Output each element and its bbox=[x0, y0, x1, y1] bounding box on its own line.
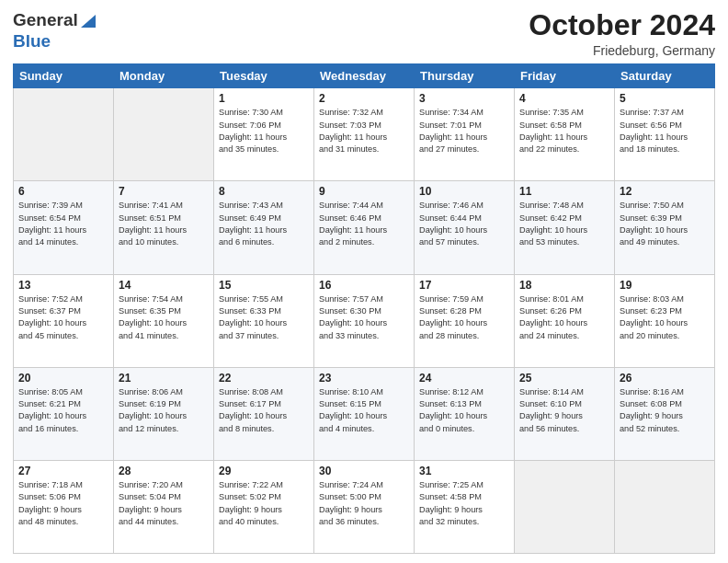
calendar-cell: 10Sunrise: 7:46 AMSunset: 6:44 PMDayligh… bbox=[415, 181, 515, 274]
day-info: Sunrise: 7:57 AMSunset: 6:30 PMDaylight:… bbox=[319, 293, 409, 342]
day-of-week-header: Thursday bbox=[415, 64, 515, 88]
day-info: Sunrise: 7:35 AMSunset: 6:58 PMDaylight:… bbox=[519, 107, 609, 155]
day-number: 30 bbox=[319, 465, 409, 477]
calendar-cell: 14Sunrise: 7:54 AMSunset: 6:35 PMDayligh… bbox=[114, 274, 214, 367]
calendar-cell bbox=[615, 460, 715, 553]
day-number: 21 bbox=[119, 372, 209, 385]
day-info: Sunrise: 7:55 AMSunset: 6:33 PMDaylight:… bbox=[219, 293, 309, 342]
calendar-cell: 24Sunrise: 8:12 AMSunset: 6:13 PMDayligh… bbox=[415, 367, 515, 460]
day-info: Sunrise: 7:24 AMSunset: 5:00 PMDaylight:… bbox=[319, 479, 409, 528]
calendar-cell: 31Sunrise: 7:25 AMSunset: 4:58 PMDayligh… bbox=[415, 460, 515, 553]
calendar-cell: 4Sunrise: 7:35 AMSunset: 6:58 PMDaylight… bbox=[515, 88, 615, 181]
day-number: 7 bbox=[119, 185, 209, 198]
day-info: Sunrise: 8:03 AMSunset: 6:23 PMDaylight:… bbox=[620, 293, 710, 342]
day-number: 15 bbox=[219, 279, 309, 292]
calendar-cell: 20Sunrise: 8:05 AMSunset: 6:21 PMDayligh… bbox=[14, 367, 114, 460]
day-info: Sunrise: 7:20 AMSunset: 5:04 PMDaylight:… bbox=[119, 479, 209, 528]
calendar-week-row: 20Sunrise: 8:05 AMSunset: 6:21 PMDayligh… bbox=[14, 367, 715, 460]
day-number: 16 bbox=[319, 279, 409, 292]
calendar-cell: 26Sunrise: 8:16 AMSunset: 6:08 PMDayligh… bbox=[615, 367, 715, 460]
day-info: Sunrise: 7:46 AMSunset: 6:44 PMDaylight:… bbox=[419, 200, 509, 248]
day-number: 26 bbox=[620, 372, 710, 385]
calendar-cell: 30Sunrise: 7:24 AMSunset: 5:00 PMDayligh… bbox=[314, 460, 415, 553]
day-number: 10 bbox=[419, 185, 509, 198]
day-info: Sunrise: 7:50 AMSunset: 6:39 PMDaylight:… bbox=[620, 200, 710, 248]
location: Friedeburg, Germany bbox=[529, 43, 715, 58]
day-info: Sunrise: 7:44 AMSunset: 6:46 PMDaylight:… bbox=[319, 200, 409, 248]
day-info: Sunrise: 7:43 AMSunset: 6:49 PMDaylight:… bbox=[219, 200, 309, 248]
day-info: Sunrise: 8:01 AMSunset: 6:26 PMDaylight:… bbox=[519, 293, 609, 342]
calendar-cell: 12Sunrise: 7:50 AMSunset: 6:39 PMDayligh… bbox=[615, 181, 715, 274]
day-number: 1 bbox=[219, 92, 309, 105]
day-info: Sunrise: 7:34 AMSunset: 7:01 PMDaylight:… bbox=[419, 107, 509, 155]
calendar-cell bbox=[14, 88, 114, 181]
calendar-cell: 19Sunrise: 8:03 AMSunset: 6:23 PMDayligh… bbox=[615, 274, 715, 367]
calendar-cell: 5Sunrise: 7:37 AMSunset: 6:56 PMDaylight… bbox=[615, 88, 715, 181]
calendar-header-row: SundayMondayTuesdayWednesdayThursdayFrid… bbox=[14, 64, 715, 88]
day-info: Sunrise: 7:54 AMSunset: 6:35 PMDaylight:… bbox=[119, 293, 209, 342]
calendar-week-row: 1Sunrise: 7:30 AMSunset: 7:06 PMDaylight… bbox=[14, 88, 715, 181]
day-info: Sunrise: 7:37 AMSunset: 6:56 PMDaylight:… bbox=[620, 107, 710, 155]
day-info: Sunrise: 7:39 AMSunset: 6:54 PMDaylight:… bbox=[18, 200, 108, 248]
calendar-cell: 29Sunrise: 7:22 AMSunset: 5:02 PMDayligh… bbox=[214, 460, 314, 553]
day-number: 23 bbox=[319, 372, 409, 385]
day-info: Sunrise: 7:30 AMSunset: 7:06 PMDaylight:… bbox=[219, 107, 309, 155]
day-number: 11 bbox=[519, 185, 609, 198]
day-info: Sunrise: 7:52 AMSunset: 6:37 PMDaylight:… bbox=[18, 293, 108, 342]
day-info: Sunrise: 7:48 AMSunset: 6:42 PMDaylight:… bbox=[519, 200, 609, 248]
calendar-cell: 1Sunrise: 7:30 AMSunset: 7:06 PMDaylight… bbox=[214, 88, 314, 181]
day-number: 25 bbox=[519, 372, 609, 385]
day-number: 28 bbox=[119, 465, 209, 477]
day-info: Sunrise: 8:06 AMSunset: 6:19 PMDaylight:… bbox=[119, 386, 209, 435]
day-of-week-header: Sunday bbox=[14, 64, 114, 88]
day-number: 24 bbox=[419, 372, 509, 385]
day-number: 17 bbox=[419, 279, 509, 292]
day-of-week-header: Tuesday bbox=[214, 64, 314, 88]
day-info: Sunrise: 8:08 AMSunset: 6:17 PMDaylight:… bbox=[219, 386, 309, 435]
calendar-cell: 17Sunrise: 7:59 AMSunset: 6:28 PMDayligh… bbox=[415, 274, 515, 367]
logo-general: General bbox=[13, 10, 78, 30]
calendar-cell: 21Sunrise: 8:06 AMSunset: 6:19 PMDayligh… bbox=[114, 367, 214, 460]
logo-triangle-icon bbox=[81, 11, 96, 31]
day-info: Sunrise: 7:41 AMSunset: 6:51 PMDaylight:… bbox=[119, 200, 209, 248]
day-info: Sunrise: 7:18 AMSunset: 5:06 PMDaylight:… bbox=[18, 479, 108, 528]
day-number: 8 bbox=[219, 185, 309, 198]
svg-marker-0 bbox=[81, 15, 96, 28]
day-number: 3 bbox=[419, 92, 509, 105]
day-info: Sunrise: 7:22 AMSunset: 5:02 PMDaylight:… bbox=[219, 479, 309, 528]
calendar-cell bbox=[515, 460, 615, 553]
day-number: 9 bbox=[319, 185, 409, 198]
calendar-cell: 18Sunrise: 8:01 AMSunset: 6:26 PMDayligh… bbox=[515, 274, 615, 367]
day-of-week-header: Wednesday bbox=[314, 64, 415, 88]
day-number: 2 bbox=[319, 92, 409, 105]
day-number: 12 bbox=[620, 185, 710, 198]
calendar-cell: 28Sunrise: 7:20 AMSunset: 5:04 PMDayligh… bbox=[114, 460, 214, 553]
calendar-cell: 13Sunrise: 7:52 AMSunset: 6:37 PMDayligh… bbox=[14, 274, 114, 367]
day-number: 4 bbox=[519, 92, 609, 105]
calendar-table: SundayMondayTuesdayWednesdayThursdayFrid… bbox=[13, 63, 715, 554]
day-number: 14 bbox=[119, 279, 209, 292]
day-info: Sunrise: 7:25 AMSunset: 4:58 PMDaylight:… bbox=[419, 479, 509, 528]
day-info: Sunrise: 8:14 AMSunset: 6:10 PMDaylight:… bbox=[519, 386, 609, 435]
day-info: Sunrise: 8:05 AMSunset: 6:21 PMDaylight:… bbox=[18, 386, 108, 435]
month-title: October 2024 bbox=[529, 9, 715, 41]
day-of-week-header: Monday bbox=[114, 64, 214, 88]
calendar-cell: 23Sunrise: 8:10 AMSunset: 6:15 PMDayligh… bbox=[314, 367, 415, 460]
calendar-cell: 15Sunrise: 7:55 AMSunset: 6:33 PMDayligh… bbox=[214, 274, 314, 367]
calendar-cell: 11Sunrise: 7:48 AMSunset: 6:42 PMDayligh… bbox=[515, 181, 615, 274]
calendar-cell: 22Sunrise: 8:08 AMSunset: 6:17 PMDayligh… bbox=[214, 367, 314, 460]
day-number: 22 bbox=[219, 372, 309, 385]
day-number: 29 bbox=[219, 465, 309, 477]
day-number: 20 bbox=[18, 372, 108, 385]
calendar-cell: 8Sunrise: 7:43 AMSunset: 6:49 PMDaylight… bbox=[214, 181, 314, 274]
day-info: Sunrise: 8:16 AMSunset: 6:08 PMDaylight:… bbox=[620, 386, 710, 435]
day-number: 19 bbox=[620, 279, 710, 292]
calendar-cell: 25Sunrise: 8:14 AMSunset: 6:10 PMDayligh… bbox=[515, 367, 615, 460]
calendar-cell: 16Sunrise: 7:57 AMSunset: 6:30 PMDayligh… bbox=[314, 274, 415, 367]
day-number: 5 bbox=[620, 92, 710, 105]
logo: General Blue bbox=[13, 9, 96, 52]
title-area: October 2024 Friedeburg, Germany bbox=[529, 9, 715, 58]
day-number: 13 bbox=[18, 279, 108, 292]
calendar-cell: 3Sunrise: 7:34 AMSunset: 7:01 PMDaylight… bbox=[415, 88, 515, 181]
day-number: 18 bbox=[519, 279, 609, 292]
